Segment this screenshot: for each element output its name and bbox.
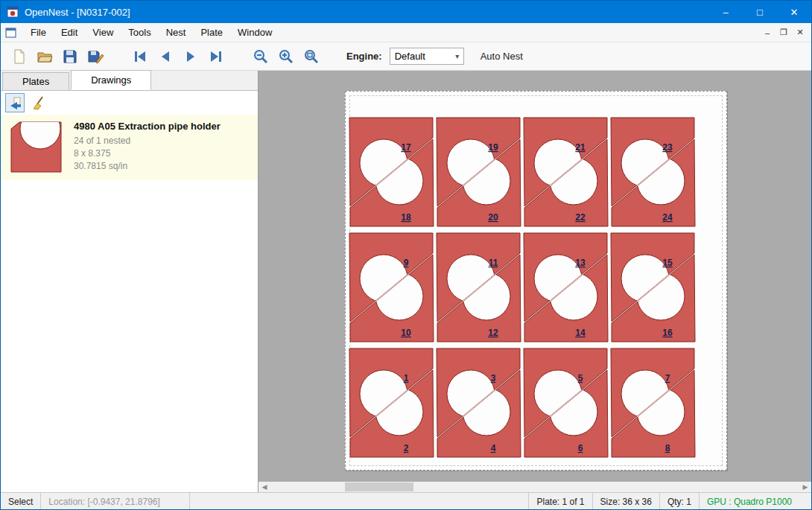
menu-items: FileEditViewToolsNestPlateWindow: [23, 24, 759, 41]
menu-window[interactable]: Window: [230, 24, 279, 41]
engine-selected-value: Default: [395, 51, 451, 62]
status-gpu: GPU : Quadro P1000: [699, 493, 799, 510]
part-number-label: 21: [575, 142, 586, 153]
zoom-in-button[interactable]: [275, 45, 297, 68]
last-plate-button[interactable]: [205, 45, 227, 68]
minimize-button[interactable]: –: [708, 1, 743, 23]
opennest-window: OpenNest - [N0317-002] – □ ✕ FileEditVie…: [0, 0, 812, 510]
part-number-label: 9: [404, 258, 409, 268]
nav-next-icon: [183, 48, 199, 65]
part-number-label: 4: [491, 443, 496, 453]
statusbar: Select Location: [-0.9437, 21.8796] Plat…: [1, 492, 811, 510]
window-title: OpenNest - [N0317-002]: [25, 7, 708, 18]
nested-part-pair[interactable]: 34: [437, 348, 521, 457]
menu-view[interactable]: View: [85, 24, 121, 41]
nav-first-icon: [132, 48, 148, 65]
maximize-button[interactable]: □: [743, 1, 777, 23]
part-pair-shape: [437, 348, 521, 457]
nested-part-pair[interactable]: 56: [524, 348, 608, 457]
status-mode: Select: [1, 493, 41, 510]
save-edit-icon: [87, 48, 104, 65]
menu-nest[interactable]: Nest: [159, 24, 194, 41]
nested-part-pair[interactable]: 2122: [524, 118, 608, 226]
save-icon: [62, 48, 78, 65]
menu-edit[interactable]: Edit: [54, 24, 85, 41]
menu-tools[interactable]: Tools: [121, 24, 158, 41]
part-number-label: 14: [575, 328, 586, 338]
status-qty: Qty: 1: [659, 493, 699, 510]
move-back-button[interactable]: [5, 93, 25, 112]
toolbar: Engine: Default ▾ Auto Nest: [1, 42, 811, 71]
part-number-label: 1: [404, 373, 409, 383]
open-button[interactable]: [34, 45, 56, 68]
first-plate-button[interactable]: [129, 45, 151, 68]
open-folder-icon: [37, 48, 53, 65]
part-pair-shape: [611, 233, 695, 342]
plate[interactable]: 171819202122232491011121314151612345678: [345, 91, 727, 471]
part-number-label: 11: [489, 258, 498, 268]
menu-plate[interactable]: Plate: [193, 24, 230, 41]
drawing-size: 8 x 8.375: [74, 147, 252, 160]
zoom-fit-icon: [303, 48, 320, 65]
document-icon: [5, 27, 19, 39]
tab-plates[interactable]: Plates: [2, 72, 69, 90]
zoom-in-icon: [278, 48, 294, 65]
part-pair-shape: [437, 233, 521, 342]
save-button[interactable]: [59, 45, 81, 68]
nested-part-pair[interactable]: 1718: [349, 118, 434, 226]
nested-part-pair[interactable]: 1314: [524, 233, 608, 342]
close-button[interactable]: ✕: [777, 1, 811, 23]
save-as-button[interactable]: [84, 45, 107, 68]
horizontal-scrollbar[interactable]: ◀ ▶: [258, 482, 811, 492]
nested-part-pair[interactable]: 1112: [437, 233, 521, 342]
part-number-label: 5: [578, 373, 583, 383]
panel-toolbar: [1, 91, 258, 115]
scroll-right-icon[interactable]: ▶: [799, 482, 811, 492]
drawing-list-item[interactable]: 4980 A05 Extraction pipe holder 24 of 1 …: [1, 115, 258, 180]
main-content: PlatesDrawings: [1, 71, 811, 492]
auto-nest-button[interactable]: Auto Nest: [480, 51, 523, 62]
menu-file[interactable]: File: [23, 24, 54, 41]
part-number-label: 3: [491, 373, 496, 383]
part-number-label: 19: [488, 142, 498, 153]
tabstrip: PlatesDrawings: [1, 71, 258, 91]
new-button[interactable]: [8, 45, 31, 68]
scrollbar-track[interactable]: [270, 482, 799, 492]
tab-drawings[interactable]: Drawings: [71, 70, 151, 90]
previous-plate-button[interactable]: [154, 45, 177, 68]
part-number-label: 6: [578, 443, 583, 453]
part-pair-shape: [349, 233, 434, 342]
nested-part-pair[interactable]: 910: [349, 233, 434, 342]
titlebar: OpenNest - [N0317-002] – □ ✕: [1, 1, 811, 23]
status-spacer: [190, 493, 528, 510]
clear-button[interactable]: [29, 93, 48, 112]
broom-icon: [31, 95, 46, 110]
nested-part-pair[interactable]: 78: [611, 348, 695, 457]
nested-part-pair[interactable]: 12: [349, 348, 434, 457]
part-thumbnail: [7, 119, 66, 176]
move-back-icon: [7, 95, 22, 110]
child-minimize-button[interactable]: –: [759, 25, 775, 40]
child-restore-button[interactable]: ❐: [775, 25, 792, 40]
engine-label: Engine:: [346, 51, 382, 62]
scrollbar-thumb[interactable]: [345, 482, 413, 491]
new-file-icon: [11, 48, 28, 65]
part-pair-shape: [437, 118, 521, 226]
resize-grip[interactable]: [799, 493, 811, 510]
zoom-fit-button[interactable]: [300, 45, 323, 68]
nested-part-pair[interactable]: 1516: [611, 233, 695, 342]
nesting-canvas[interactable]: 171819202122232491011121314151612345678 …: [258, 71, 811, 492]
nested-part-pair[interactable]: 1920: [437, 118, 521, 226]
part-number-label: 10: [401, 328, 411, 338]
nested-part-pair[interactable]: 2324: [611, 118, 695, 226]
menubar: FileEditViewToolsNestPlateWindow – ❐ ✕: [1, 23, 811, 42]
next-plate-button[interactable]: [180, 45, 202, 68]
scroll-left-icon[interactable]: ◀: [258, 482, 270, 492]
child-close-button[interactable]: ✕: [792, 25, 808, 40]
zoom-out-button[interactable]: [250, 45, 272, 68]
engine-select[interactable]: Default ▾: [390, 48, 464, 65]
part-number-label: 18: [401, 212, 411, 223]
drawing-nested-count: 24 of 1 nested: [74, 135, 252, 147]
left-panel: PlatesDrawings: [1, 71, 258, 492]
part-number-label: 16: [662, 328, 673, 338]
